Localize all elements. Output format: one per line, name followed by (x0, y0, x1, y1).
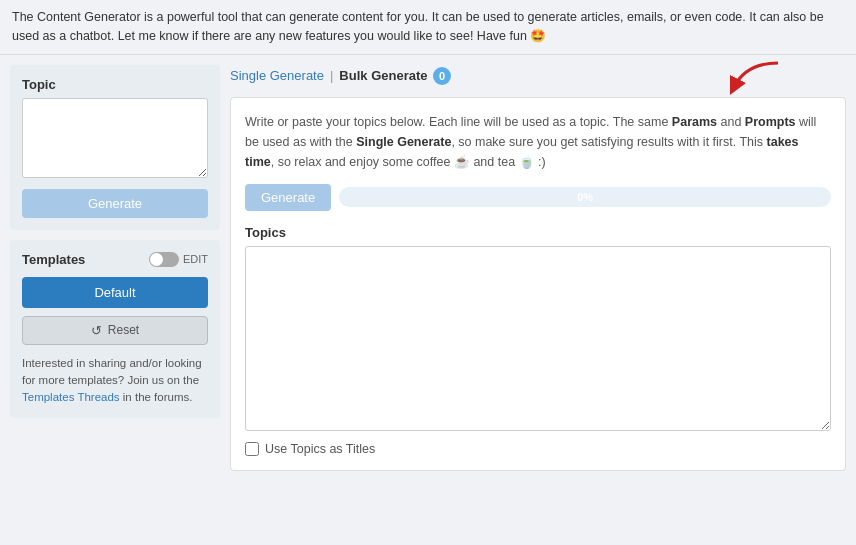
generate-row: Generate 0% (245, 184, 831, 211)
edit-toggle[interactable] (149, 252, 179, 267)
default-template-button[interactable]: Default (22, 277, 208, 308)
tab-divider: | (330, 68, 333, 83)
main-layout: Topic Generate Templates EDIT Default ↺ … (0, 55, 856, 481)
single-generate-tab[interactable]: Single Generate (230, 66, 324, 85)
bulk-generate-tab: Bulk Generate 0 (339, 65, 451, 87)
arrow-annotation (706, 57, 786, 100)
templates-card: Templates EDIT Default ↺ Reset Intereste… (10, 240, 220, 419)
reset-button[interactable]: ↺ Reset (22, 316, 208, 345)
toggle-edit-row: EDIT (149, 252, 208, 267)
left-generate-button[interactable]: Generate (22, 189, 208, 218)
left-panel: Topic Generate Templates EDIT Default ↺ … (10, 65, 220, 471)
bulk-generate-button[interactable]: Generate (245, 184, 331, 211)
progress-label: 0% (577, 191, 593, 203)
bulk-content-box: Write or paste your topics below. Each l… (230, 97, 846, 471)
templates-header: Templates EDIT (22, 252, 208, 267)
topic-input[interactable] (22, 98, 208, 178)
use-topics-row: Use Topics as Titles (245, 442, 831, 456)
topic-label: Topic (22, 77, 208, 92)
bulk-info-text: Write or paste your topics below. Each l… (245, 112, 831, 172)
reset-icon: ↺ (91, 323, 102, 338)
note-text-after: in the forums. (120, 391, 193, 403)
tabs-row: Single Generate | Bulk Generate 0 (230, 65, 846, 87)
notice-text: The Content Generator is a powerful tool… (12, 10, 824, 43)
use-topics-label: Use Topics as Titles (265, 442, 375, 456)
arrow-svg (706, 57, 786, 97)
progress-bar-container: 0% (339, 187, 831, 207)
top-notice: The Content Generator is a powerful tool… (0, 0, 856, 55)
right-panel: Single Generate | Bulk Generate 0 (230, 65, 846, 471)
topics-textarea[interactable] (245, 246, 831, 431)
topic-card: Topic Generate (10, 65, 220, 230)
note-text-before: Interested in sharing and/or looking for… (22, 357, 202, 386)
templates-note: Interested in sharing and/or looking for… (22, 355, 208, 407)
edit-label: EDIT (183, 253, 208, 265)
bulk-badge: 0 (433, 67, 451, 85)
reset-label: Reset (108, 323, 139, 337)
use-topics-checkbox[interactable] (245, 442, 259, 456)
templates-threads-link[interactable]: Templates Threads (22, 391, 120, 403)
topics-section-label: Topics (245, 225, 831, 240)
bulk-generate-label[interactable]: Bulk Generate (339, 68, 427, 83)
templates-title: Templates (22, 252, 85, 267)
